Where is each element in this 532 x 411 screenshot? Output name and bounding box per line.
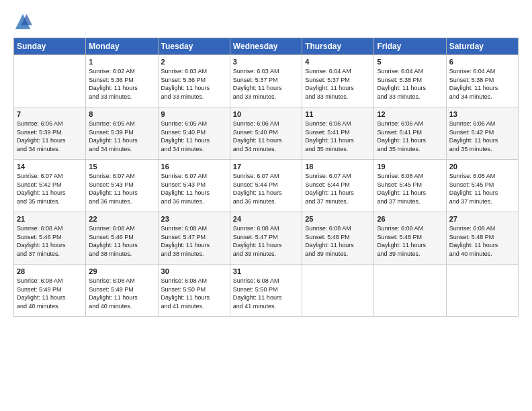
day-info: Sunrise: 6:07 AM Sunset: 5:43 PM Dayligh…	[89, 172, 154, 205]
day-info: Sunrise: 6:08 AM Sunset: 5:47 PM Dayligh…	[233, 224, 299, 258]
day-info: Sunrise: 6:05 AM Sunset: 5:40 PM Dayligh…	[161, 120, 227, 153]
calendar-cell: 2Sunrise: 6:03 AM Sunset: 5:36 PM Daylig…	[158, 55, 230, 107]
day-number: 27	[449, 215, 515, 223]
header-tuesday: Tuesday	[158, 38, 230, 55]
calendar-cell: 5Sunrise: 6:04 AM Sunset: 5:38 PM Daylig…	[374, 55, 446, 107]
calendar-cell: 23Sunrise: 6:08 AM Sunset: 5:47 PM Dayli…	[158, 212, 230, 265]
day-number: 8	[89, 110, 154, 118]
day-info: Sunrise: 6:08 AM Sunset: 5:46 PM Dayligh…	[17, 224, 83, 258]
calendar-cell: 24Sunrise: 6:08 AM Sunset: 5:47 PM Dayli…	[230, 212, 302, 265]
calendar-cell: 4Sunrise: 6:04 AM Sunset: 5:37 PM Daylig…	[302, 55, 374, 107]
day-number: 12	[377, 110, 443, 118]
header-sunday: Sunday	[14, 38, 86, 55]
calendar-week-5: 28Sunrise: 6:08 AM Sunset: 5:49 PM Dayli…	[14, 265, 519, 317]
day-number: 20	[449, 163, 515, 171]
calendar-cell: 3Sunrise: 6:03 AM Sunset: 5:37 PM Daylig…	[230, 55, 302, 107]
day-info: Sunrise: 6:08 AM Sunset: 5:50 PM Dayligh…	[161, 277, 227, 310]
day-info: Sunrise: 6:08 AM Sunset: 5:49 PM Dayligh…	[17, 277, 83, 310]
day-info: Sunrise: 6:08 AM Sunset: 5:45 PM Dayligh…	[377, 172, 443, 205]
day-info: Sunrise: 6:07 AM Sunset: 5:44 PM Dayligh…	[233, 172, 299, 205]
day-number: 9	[161, 110, 227, 118]
day-info: Sunrise: 6:03 AM Sunset: 5:37 PM Dayligh…	[233, 67, 299, 101]
header-monday: Monday	[86, 38, 158, 55]
calendar-cell: 7Sunrise: 6:05 AM Sunset: 5:39 PM Daylig…	[14, 107, 86, 160]
day-number: 24	[233, 215, 299, 223]
day-number: 23	[161, 215, 227, 223]
header-wednesday: Wednesday	[230, 38, 302, 55]
day-number: 21	[17, 215, 83, 223]
day-number: 31	[233, 267, 299, 275]
day-number: 17	[233, 163, 299, 171]
calendar-week-3: 14Sunrise: 6:07 AM Sunset: 5:42 PM Dayli…	[14, 160, 519, 212]
calendar-cell: 17Sunrise: 6:07 AM Sunset: 5:44 PM Dayli…	[230, 160, 302, 212]
day-number: 15	[89, 163, 154, 171]
day-info: Sunrise: 6:06 AM Sunset: 5:42 PM Dayligh…	[449, 120, 515, 153]
day-info: Sunrise: 6:07 AM Sunset: 5:42 PM Dayligh…	[17, 172, 83, 205]
calendar-cell: 22Sunrise: 6:08 AM Sunset: 5:46 PM Dayli…	[86, 212, 158, 265]
day-number: 18	[305, 163, 371, 171]
day-info: Sunrise: 6:04 AM Sunset: 5:37 PM Dayligh…	[305, 67, 371, 101]
day-info: Sunrise: 6:08 AM Sunset: 5:49 PM Dayligh…	[89, 277, 154, 310]
day-info: Sunrise: 6:08 AM Sunset: 5:50 PM Dayligh…	[233, 277, 299, 310]
day-number: 30	[161, 267, 227, 275]
calendar-cell: 16Sunrise: 6:07 AM Sunset: 5:43 PM Dayli…	[158, 160, 230, 212]
calendar-cell: 27Sunrise: 6:08 AM Sunset: 5:48 PM Dayli…	[446, 212, 518, 265]
header-thursday: Thursday	[302, 38, 374, 55]
day-info: Sunrise: 6:05 AM Sunset: 5:39 PM Dayligh…	[89, 120, 154, 153]
calendar-cell	[374, 265, 446, 317]
day-info: Sunrise: 6:08 AM Sunset: 5:48 PM Dayligh…	[377, 224, 443, 258]
calendar-cell: 29Sunrise: 6:08 AM Sunset: 5:49 PM Dayli…	[86, 265, 158, 317]
calendar-cell: 8Sunrise: 6:05 AM Sunset: 5:39 PM Daylig…	[86, 107, 158, 160]
calendar-cell: 30Sunrise: 6:08 AM Sunset: 5:50 PM Dayli…	[158, 265, 230, 317]
calendar-cell: 15Sunrise: 6:07 AM Sunset: 5:43 PM Dayli…	[86, 160, 158, 212]
calendar-table: SundayMondayTuesdayWednesdayThursdayFrid…	[13, 38, 519, 317]
calendar-header-row: SundayMondayTuesdayWednesdayThursdayFrid…	[14, 38, 519, 55]
day-number: 14	[17, 163, 83, 171]
day-number: 28	[17, 267, 83, 275]
calendar-cell: 13Sunrise: 6:06 AM Sunset: 5:42 PM Dayli…	[446, 107, 518, 160]
day-info: Sunrise: 6:04 AM Sunset: 5:38 PM Dayligh…	[377, 67, 443, 101]
calendar-cell: 9Sunrise: 6:05 AM Sunset: 5:40 PM Daylig…	[158, 107, 230, 160]
calendar-cell: 12Sunrise: 6:06 AM Sunset: 5:41 PM Dayli…	[374, 107, 446, 160]
day-info: Sunrise: 6:03 AM Sunset: 5:36 PM Dayligh…	[161, 67, 227, 101]
day-number: 11	[305, 110, 371, 118]
calendar-cell: 21Sunrise: 6:08 AM Sunset: 5:46 PM Dayli…	[14, 212, 86, 265]
day-number: 22	[89, 215, 154, 223]
calendar-week-4: 21Sunrise: 6:08 AM Sunset: 5:46 PM Dayli…	[14, 212, 519, 265]
calendar-cell: 6Sunrise: 6:04 AM Sunset: 5:38 PM Daylig…	[446, 55, 518, 107]
day-info: Sunrise: 6:04 AM Sunset: 5:38 PM Dayligh…	[449, 67, 515, 101]
calendar-cell: 26Sunrise: 6:08 AM Sunset: 5:48 PM Dayli…	[374, 212, 446, 265]
day-info: Sunrise: 6:08 AM Sunset: 5:47 PM Dayligh…	[161, 224, 227, 258]
day-number: 10	[233, 110, 299, 118]
day-number: 3	[233, 58, 299, 66]
day-info: Sunrise: 6:06 AM Sunset: 5:41 PM Dayligh…	[377, 120, 443, 153]
logo-icon	[13, 12, 32, 31]
calendar-cell: 19Sunrise: 6:08 AM Sunset: 5:45 PM Dayli…	[374, 160, 446, 212]
day-info: Sunrise: 6:07 AM Sunset: 5:44 PM Dayligh…	[305, 172, 371, 205]
day-number: 5	[377, 58, 443, 66]
day-info: Sunrise: 6:08 AM Sunset: 5:45 PM Dayligh…	[449, 172, 515, 205]
day-number: 16	[161, 163, 227, 171]
calendar-cell	[446, 265, 518, 317]
day-number: 26	[377, 215, 443, 223]
calendar-cell: 28Sunrise: 6:08 AM Sunset: 5:49 PM Dayli…	[14, 265, 86, 317]
logo	[13, 12, 35, 31]
day-number: 7	[17, 110, 83, 118]
calendar-cell: 14Sunrise: 6:07 AM Sunset: 5:42 PM Dayli…	[14, 160, 86, 212]
day-info: Sunrise: 6:05 AM Sunset: 5:39 PM Dayligh…	[17, 120, 83, 153]
calendar-cell: 25Sunrise: 6:08 AM Sunset: 5:48 PM Dayli…	[302, 212, 374, 265]
day-number: 2	[161, 58, 227, 66]
calendar-cell: 11Sunrise: 6:06 AM Sunset: 5:41 PM Dayli…	[302, 107, 374, 160]
calendar-cell: 10Sunrise: 6:06 AM Sunset: 5:40 PM Dayli…	[230, 107, 302, 160]
day-info: Sunrise: 6:08 AM Sunset: 5:46 PM Dayligh…	[89, 224, 154, 258]
day-number: 6	[449, 58, 515, 66]
day-number: 13	[449, 110, 515, 118]
calendar-cell	[14, 55, 86, 107]
day-info: Sunrise: 6:08 AM Sunset: 5:48 PM Dayligh…	[449, 224, 515, 258]
day-number: 29	[89, 267, 154, 275]
calendar-week-1: 1Sunrise: 6:02 AM Sunset: 5:36 PM Daylig…	[14, 55, 519, 107]
header-friday: Friday	[374, 38, 446, 55]
calendar-cell: 31Sunrise: 6:08 AM Sunset: 5:50 PM Dayli…	[230, 265, 302, 317]
calendar-cell: 20Sunrise: 6:08 AM Sunset: 5:45 PM Dayli…	[446, 160, 518, 212]
day-number: 25	[305, 215, 371, 223]
